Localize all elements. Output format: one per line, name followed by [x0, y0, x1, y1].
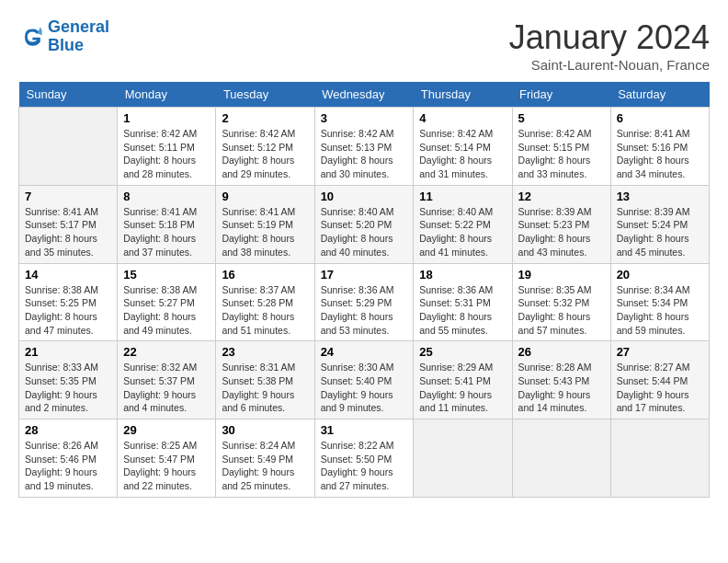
- weekday-header-tuesday: Tuesday: [216, 82, 314, 108]
- day-info: Sunrise: 8:42 AMSunset: 5:11 PMDaylight:…: [123, 127, 210, 181]
- day-info: Sunrise: 8:42 AMSunset: 5:14 PMDaylight:…: [419, 127, 506, 181]
- day-info: Sunrise: 8:41 AMSunset: 5:17 PMDaylight:…: [25, 205, 111, 259]
- day-info: Sunrise: 8:24 AMSunset: 5:49 PMDaylight:…: [222, 439, 308, 493]
- weekday-header-row: SundayMondayTuesdayWednesdayThursdayFrid…: [19, 82, 710, 108]
- day-info: Sunrise: 8:37 AMSunset: 5:28 PMDaylight:…: [222, 283, 308, 338]
- day-number: 29: [123, 423, 210, 437]
- week-row-1: 1Sunrise: 8:42 AMSunset: 5:11 PMDaylight…: [19, 108, 710, 186]
- logo-text: General Blue: [48, 18, 109, 55]
- calendar-cell: 6Sunrise: 8:41 AMSunset: 5:16 PMDaylight…: [610, 108, 709, 186]
- day-number: 12: [518, 190, 605, 203]
- calendar-cell: 10Sunrise: 8:40 AMSunset: 5:20 PMDayligh…: [314, 185, 414, 263]
- day-info: Sunrise: 8:32 AMSunset: 5:37 PMDaylight:…: [123, 361, 210, 415]
- calendar-cell: 2Sunrise: 8:42 AMSunset: 5:12 PMDaylight…: [216, 108, 314, 186]
- day-number: 1: [123, 111, 210, 125]
- calendar-cell: [414, 419, 512, 498]
- day-number: 24: [321, 345, 408, 359]
- calendar-cell: 22Sunrise: 8:32 AMSunset: 5:37 PMDayligh…: [118, 341, 216, 419]
- day-info: Sunrise: 8:41 AMSunset: 5:16 PMDaylight:…: [617, 127, 703, 181]
- day-info: Sunrise: 8:42 AMSunset: 5:12 PMDaylight:…: [222, 127, 308, 181]
- day-info: Sunrise: 8:41 AMSunset: 5:19 PMDaylight:…: [222, 205, 308, 259]
- day-info: Sunrise: 8:39 AMSunset: 5:24 PMDaylight:…: [617, 205, 703, 259]
- day-number: 26: [518, 345, 605, 359]
- day-number: 15: [123, 268, 210, 282]
- calendar-cell: 21Sunrise: 8:33 AMSunset: 5:35 PMDayligh…: [19, 341, 118, 419]
- day-number: 6: [617, 111, 703, 125]
- day-number: 21: [25, 345, 111, 359]
- calendar-cell: 4Sunrise: 8:42 AMSunset: 5:14 PMDaylight…: [414, 108, 512, 186]
- calendar-cell: 20Sunrise: 8:34 AMSunset: 5:34 PMDayligh…: [610, 263, 709, 341]
- calendar-cell: 15Sunrise: 8:38 AMSunset: 5:27 PMDayligh…: [118, 263, 216, 341]
- calendar-cell: 5Sunrise: 8:42 AMSunset: 5:15 PMDaylight…: [512, 108, 610, 186]
- weekday-header-saturday: Saturday: [610, 82, 709, 108]
- day-info: Sunrise: 8:35 AMSunset: 5:32 PMDaylight:…: [518, 283, 605, 338]
- day-number: 13: [617, 190, 703, 203]
- calendar-cell: 11Sunrise: 8:40 AMSunset: 5:22 PMDayligh…: [414, 185, 512, 263]
- day-info: Sunrise: 8:40 AMSunset: 5:20 PMDaylight:…: [321, 205, 408, 259]
- logo-icon: [18, 24, 44, 50]
- calendar-cell: 31Sunrise: 8:22 AMSunset: 5:50 PMDayligh…: [314, 419, 414, 498]
- day-info: Sunrise: 8:40 AMSunset: 5:22 PMDaylight:…: [419, 205, 506, 259]
- day-info: Sunrise: 8:34 AMSunset: 5:34 PMDaylight:…: [617, 283, 703, 338]
- day-number: 20: [617, 268, 703, 282]
- day-info: Sunrise: 8:38 AMSunset: 5:27 PMDaylight:…: [123, 283, 210, 338]
- day-number: 7: [25, 190, 111, 203]
- day-info: Sunrise: 8:41 AMSunset: 5:18 PMDaylight:…: [123, 205, 210, 259]
- calendar-cell: 29Sunrise: 8:25 AMSunset: 5:47 PMDayligh…: [118, 419, 216, 498]
- calendar-cell: 17Sunrise: 8:36 AMSunset: 5:29 PMDayligh…: [314, 263, 414, 341]
- week-row-3: 14Sunrise: 8:38 AMSunset: 5:25 PMDayligh…: [19, 263, 710, 341]
- day-number: 10: [321, 190, 408, 203]
- month-title: January 2024: [509, 18, 710, 57]
- day-info: Sunrise: 8:33 AMSunset: 5:35 PMDaylight:…: [25, 361, 111, 415]
- title-area: January 2024 Saint-Laurent-Nouan, France: [509, 18, 710, 73]
- calendar-cell: [512, 419, 610, 498]
- day-info: Sunrise: 8:36 AMSunset: 5:29 PMDaylight:…: [321, 283, 408, 338]
- logo: General Blue: [18, 18, 109, 55]
- day-number: 9: [222, 190, 308, 203]
- calendar-table: SundayMondayTuesdayWednesdayThursdayFrid…: [18, 82, 710, 498]
- calendar-cell: 19Sunrise: 8:35 AMSunset: 5:32 PMDayligh…: [512, 263, 610, 341]
- day-number: 22: [123, 345, 210, 359]
- calendar-cell: 27Sunrise: 8:27 AMSunset: 5:44 PMDayligh…: [610, 341, 709, 419]
- day-number: 25: [419, 345, 506, 359]
- calendar-cell: 18Sunrise: 8:36 AMSunset: 5:31 PMDayligh…: [414, 263, 512, 341]
- day-number: 30: [222, 423, 308, 437]
- calendar-cell: 12Sunrise: 8:39 AMSunset: 5:23 PMDayligh…: [512, 185, 610, 263]
- day-number: 23: [222, 345, 308, 359]
- calendar-cell: 28Sunrise: 8:26 AMSunset: 5:46 PMDayligh…: [19, 419, 118, 498]
- day-number: 3: [321, 111, 408, 125]
- weekday-header-monday: Monday: [118, 82, 216, 108]
- day-info: Sunrise: 8:28 AMSunset: 5:43 PMDaylight:…: [518, 361, 605, 415]
- day-info: Sunrise: 8:31 AMSunset: 5:38 PMDaylight:…: [222, 361, 308, 415]
- weekday-header-sunday: Sunday: [19, 82, 118, 108]
- day-info: Sunrise: 8:29 AMSunset: 5:41 PMDaylight:…: [419, 361, 506, 415]
- day-number: 19: [518, 268, 605, 282]
- day-info: Sunrise: 8:42 AMSunset: 5:13 PMDaylight:…: [321, 127, 408, 181]
- calendar-cell: 16Sunrise: 8:37 AMSunset: 5:28 PMDayligh…: [216, 263, 314, 341]
- calendar-cell: 1Sunrise: 8:42 AMSunset: 5:11 PMDaylight…: [118, 108, 216, 186]
- calendar-cell: 7Sunrise: 8:41 AMSunset: 5:17 PMDaylight…: [19, 185, 118, 263]
- calendar-cell: 26Sunrise: 8:28 AMSunset: 5:43 PMDayligh…: [512, 341, 610, 419]
- week-row-2: 7Sunrise: 8:41 AMSunset: 5:17 PMDaylight…: [19, 185, 710, 263]
- day-info: Sunrise: 8:39 AMSunset: 5:23 PMDaylight:…: [518, 205, 605, 259]
- weekday-header-thursday: Thursday: [414, 82, 512, 108]
- day-info: Sunrise: 8:42 AMSunset: 5:15 PMDaylight:…: [518, 127, 605, 181]
- calendar-cell: 30Sunrise: 8:24 AMSunset: 5:49 PMDayligh…: [216, 419, 314, 498]
- day-info: Sunrise: 8:25 AMSunset: 5:47 PMDaylight:…: [123, 439, 210, 493]
- day-info: Sunrise: 8:36 AMSunset: 5:31 PMDaylight:…: [419, 283, 506, 338]
- calendar-cell: [19, 108, 118, 186]
- calendar-cell: 25Sunrise: 8:29 AMSunset: 5:41 PMDayligh…: [414, 341, 512, 419]
- day-info: Sunrise: 8:30 AMSunset: 5:40 PMDaylight:…: [321, 361, 408, 415]
- calendar-cell: 9Sunrise: 8:41 AMSunset: 5:19 PMDaylight…: [216, 185, 314, 263]
- weekday-header-wednesday: Wednesday: [314, 82, 414, 108]
- day-number: 28: [25, 423, 111, 437]
- calendar-cell: 24Sunrise: 8:30 AMSunset: 5:40 PMDayligh…: [314, 341, 414, 419]
- calendar-cell: 14Sunrise: 8:38 AMSunset: 5:25 PMDayligh…: [19, 263, 118, 341]
- day-number: 27: [617, 345, 703, 359]
- day-info: Sunrise: 8:27 AMSunset: 5:44 PMDaylight:…: [617, 361, 703, 415]
- day-info: Sunrise: 8:38 AMSunset: 5:25 PMDaylight:…: [25, 283, 111, 338]
- week-row-5: 28Sunrise: 8:26 AMSunset: 5:46 PMDayligh…: [19, 419, 710, 498]
- calendar-cell: 8Sunrise: 8:41 AMSunset: 5:18 PMDaylight…: [118, 185, 216, 263]
- day-number: 14: [25, 268, 111, 282]
- day-number: 11: [419, 190, 506, 203]
